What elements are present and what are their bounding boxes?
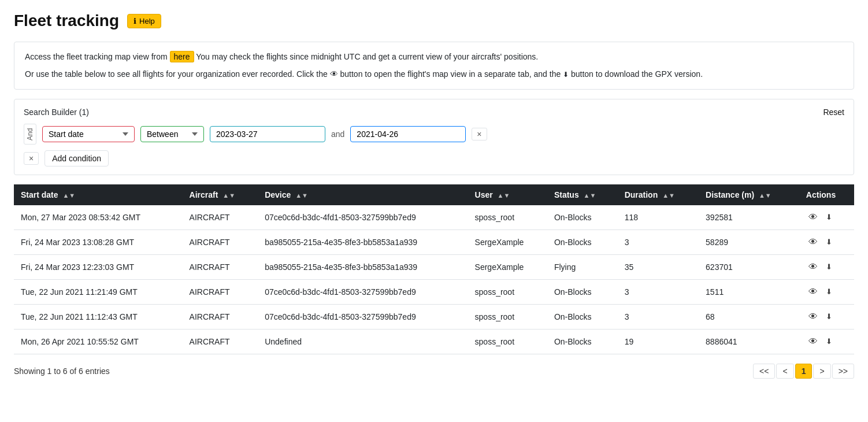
info-box: Access the fleet tracking map view from …	[14, 42, 854, 90]
cell-status: On-Blocks	[547, 279, 618, 304]
table-row: Tue, 22 Jun 2021 11:21:49 GMT AIRCRAFT 0…	[14, 279, 854, 304]
sort-icon-duration: ▲▼	[662, 192, 675, 199]
download-button[interactable]: ⬇	[824, 286, 834, 297]
sort-icon-distance: ▲▼	[759, 192, 771, 199]
condition-row: And Start date Between and ×	[24, 124, 844, 145]
and-label: And	[24, 124, 36, 145]
table-row: Mon, 26 Apr 2021 10:55:52 GMT AIRCRAFT U…	[14, 329, 854, 354]
view-button[interactable]: 👁	[806, 310, 820, 323]
operator-select[interactable]: Between	[140, 126, 204, 142]
view-button[interactable]: 👁	[806, 335, 820, 348]
cell-duration: 118	[618, 205, 699, 230]
cell-distance: 1511	[699, 279, 799, 304]
first-page-button[interactable]: <<	[753, 364, 775, 379]
cell-distance: 68	[699, 304, 799, 329]
view-button[interactable]: 👁	[806, 236, 820, 249]
cell-actions: 👁 ⬇	[799, 205, 854, 230]
sort-icon-status: ▲▼	[584, 192, 596, 199]
cell-device: 07ce0c6d-b3dc-4fd1-8503-327599bb7ed9	[258, 205, 468, 230]
info-line1-after: You may check the flights since midnight…	[194, 52, 539, 61]
cell-aircraft: AIRCRAFT	[183, 329, 258, 354]
date-from-input[interactable]	[210, 126, 325, 142]
current-page-button[interactable]: 1	[795, 364, 813, 379]
col-aircraft[interactable]: Aircraft ▲▼	[183, 184, 258, 205]
sort-icon-device: ▲▼	[295, 192, 308, 199]
sort-icon-start-date: ▲▼	[62, 192, 75, 199]
cell-actions: 👁 ⬇	[799, 279, 854, 304]
col-start-date[interactable]: Start date ▲▼	[14, 184, 183, 205]
table-row: Fri, 24 Mar 2023 12:23:03 GMT AIRCRAFT b…	[14, 254, 854, 279]
cell-device: ba985055-215a-4e35-8fe3-bb5853a1a939	[258, 254, 468, 279]
info-line2-end: button to download the GPX version.	[569, 69, 703, 79]
cell-user: sposs_root	[468, 279, 547, 304]
cell-aircraft: AIRCRAFT	[183, 205, 258, 230]
cell-distance: 623701	[699, 254, 799, 279]
download-button[interactable]: ⬇	[824, 311, 834, 322]
cell-device: Undefined	[258, 329, 468, 354]
download-button[interactable]: ⬇	[824, 212, 834, 223]
add-condition-button[interactable]: Add condition	[44, 150, 109, 166]
info-line1-before: Access the fleet tracking map view from	[25, 52, 170, 61]
table-row: Tue, 22 Jun 2021 11:12:43 GMT AIRCRAFT 0…	[14, 304, 854, 329]
col-user[interactable]: User ▲▼	[468, 184, 547, 205]
field-select[interactable]: Start date	[42, 126, 135, 142]
cell-start-date: Fri, 24 Mar 2023 12:23:03 GMT	[14, 254, 183, 279]
next-page-button[interactable]: >	[813, 364, 830, 379]
col-actions: Actions	[799, 184, 854, 205]
here-link[interactable]: here	[170, 51, 194, 62]
cell-duration: 3	[618, 229, 699, 254]
cell-aircraft: AIRCRAFT	[183, 229, 258, 254]
cell-actions: 👁 ⬇	[799, 304, 854, 329]
prev-page-button[interactable]: <	[776, 364, 793, 379]
pagination: << < 1 > >>	[753, 364, 854, 379]
cell-status: Flying	[547, 254, 618, 279]
download-icon-info: ⬇	[563, 71, 569, 79]
table-header-row: Start date ▲▼ Aircraft ▲▼ Device ▲▼ User…	[14, 184, 854, 205]
table-row: Fri, 24 Mar 2023 13:08:28 GMT AIRCRAFT b…	[14, 229, 854, 254]
col-distance[interactable]: Distance (m) ▲▼	[699, 184, 799, 205]
col-device[interactable]: Device ▲▼	[258, 184, 468, 205]
cell-start-date: Tue, 22 Jun 2021 11:12:43 GMT	[14, 304, 183, 329]
search-builder-title: Search Builder (1)	[24, 108, 89, 117]
col-status[interactable]: Status ▲▼	[547, 184, 618, 205]
table-row: Mon, 27 Mar 2023 08:53:42 GMT AIRCRAFT 0…	[14, 205, 854, 230]
eye-icon-info: 👁	[330, 69, 338, 79]
cell-user: sposs_root	[468, 329, 547, 354]
view-button[interactable]: 👁	[806, 211, 820, 224]
sort-icon-user: ▲▼	[498, 192, 510, 199]
cell-duration: 3	[618, 304, 699, 329]
help-label: Help	[139, 17, 155, 25]
cell-actions: 👁 ⬇	[799, 254, 854, 279]
page-title: Fleet tracking	[14, 12, 119, 30]
view-button[interactable]: 👁	[806, 261, 820, 273]
cell-status: On-Blocks	[547, 304, 618, 329]
download-button[interactable]: ⬇	[824, 261, 834, 272]
pagination-bar: Showing 1 to 6 of 6 entries << < 1 > >>	[14, 364, 854, 379]
x-button[interactable]: ×	[24, 152, 39, 165]
cell-start-date: Mon, 26 Apr 2021 10:55:52 GMT	[14, 329, 183, 354]
help-button[interactable]: ℹ Help	[127, 14, 161, 28]
reset-button[interactable]: Reset	[823, 108, 844, 117]
cell-status: On-Blocks	[547, 205, 618, 230]
cell-user: sposs_root	[468, 205, 547, 230]
add-condition-row: × Add condition	[24, 150, 844, 166]
remove-condition-button[interactable]: ×	[472, 128, 487, 140]
and-separator: and	[331, 129, 344, 139]
cell-duration: 19	[618, 329, 699, 354]
view-button[interactable]: 👁	[806, 286, 820, 298]
cell-start-date: Mon, 27 Mar 2023 08:53:42 GMT	[14, 205, 183, 230]
cell-distance: 392581	[699, 205, 799, 230]
cell-aircraft: AIRCRAFT	[183, 304, 258, 329]
last-page-button[interactable]: >>	[832, 364, 854, 379]
sort-icon-aircraft: ▲▼	[222, 192, 235, 199]
cell-device: 07ce0c6d-b3dc-4fd1-8503-327599bb7ed9	[258, 279, 468, 304]
col-duration[interactable]: Duration ▲▼	[618, 184, 699, 205]
cell-device: 07ce0c6d-b3dc-4fd1-8503-327599bb7ed9	[258, 304, 468, 329]
cell-user: sposs_root	[468, 304, 547, 329]
info-line2-before: Or use the table below to see all flight…	[25, 69, 330, 79]
date-to-input[interactable]	[350, 126, 466, 142]
download-button[interactable]: ⬇	[824, 336, 834, 347]
cell-user: SergeXample	[468, 229, 547, 254]
cell-distance: 8886041	[699, 329, 799, 354]
download-button[interactable]: ⬇	[824, 236, 834, 247]
